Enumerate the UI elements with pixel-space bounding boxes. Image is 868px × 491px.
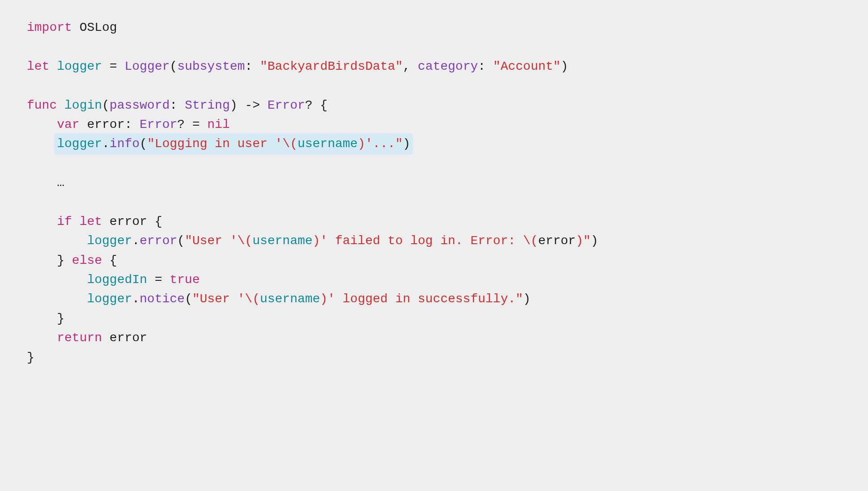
optional: ? =: [177, 118, 207, 131]
paren: ): [561, 59, 568, 73]
interpolation-close: ): [576, 234, 583, 248]
string-literal: "User ': [192, 292, 245, 306]
paren: (: [140, 137, 147, 151]
paren: (: [177, 234, 185, 248]
variable-logger: logger: [57, 59, 102, 73]
colon: :: [478, 59, 493, 73]
module-name: OSLog: [80, 21, 117, 34]
type-logger: Logger: [124, 59, 170, 73]
keyword-let: let: [27, 59, 49, 73]
string-category: "Account": [493, 59, 561, 73]
colon: :: [245, 59, 260, 73]
equals: =: [102, 59, 124, 73]
var-username: username: [298, 137, 357, 151]
brace: ? {: [305, 98, 328, 112]
method-notice: notice: [140, 292, 185, 306]
function-name: login: [64, 98, 102, 112]
string-literal: ": [583, 234, 591, 248]
type-string: String: [185, 98, 230, 112]
comma: ,: [403, 59, 418, 73]
keyword-let: let: [72, 215, 102, 229]
var-error: error:: [80, 118, 140, 131]
paren: (: [102, 98, 110, 112]
var-username: username: [252, 234, 312, 248]
keyword-nil: nil: [207, 118, 230, 131]
open-brace: {: [102, 254, 117, 267]
string-subsystem: "BackyardBirdsData": [260, 59, 403, 73]
keyword-var: var: [57, 118, 79, 131]
string-literal: "User ': [185, 234, 238, 248]
close-brace: }: [57, 254, 72, 267]
code-block: import OSLog let logger = Logger(subsyst…: [27, 18, 841, 367]
paren: (: [170, 59, 177, 73]
var-error: error {: [102, 215, 162, 229]
param-subsystem: subsystem: [177, 59, 245, 73]
paren: ): [403, 137, 410, 151]
var-error: error: [102, 331, 147, 345]
interpolation-open: \(: [282, 137, 298, 151]
keyword-if: if: [57, 215, 72, 229]
keyword-else: else: [72, 254, 102, 267]
dot: .: [102, 137, 110, 151]
interpolation-close: ): [357, 137, 365, 151]
paren: (: [185, 292, 192, 306]
method-info: info: [110, 137, 140, 151]
keyword-import: import: [27, 21, 72, 34]
type-error: Error: [140, 118, 177, 131]
interpolation-close: ): [313, 234, 320, 248]
keyword-func: func: [27, 98, 57, 112]
dot: .: [132, 292, 140, 306]
string-literal: ' logged in successfully.": [328, 292, 523, 306]
param-password: password: [110, 98, 170, 112]
keyword-true: true: [170, 273, 200, 287]
paren: ): [591, 234, 598, 248]
dot: .: [132, 234, 140, 248]
close-brace: }: [27, 351, 34, 364]
string-literal: '...": [365, 137, 403, 151]
interpolation-open: \(: [245, 292, 260, 306]
keyword-return: return: [57, 331, 102, 345]
var-username: username: [260, 292, 320, 306]
close-brace: }: [57, 312, 64, 326]
highlighted-line: logger.info("Logging in user '\(username…: [54, 133, 413, 154]
var-error: error: [538, 234, 576, 248]
paren: ): [523, 292, 531, 306]
interpolation-open: \(: [523, 234, 538, 248]
var-logger: logger: [57, 137, 102, 151]
var-loggedin: loggedIn: [87, 273, 147, 287]
var-logger: logger: [87, 234, 132, 248]
equals: =: [147, 273, 170, 287]
ellipsis: …: [57, 176, 64, 190]
var-logger: logger: [87, 292, 132, 306]
interpolation-close: ): [320, 292, 328, 306]
string-literal: ' failed to log in. Error:: [320, 234, 523, 248]
arrow: ) ->: [230, 98, 268, 112]
param-category: category: [418, 59, 478, 73]
string-literal: "Logging in user ': [147, 137, 282, 151]
interpolation-open: \(: [238, 234, 253, 248]
method-error: error: [140, 234, 177, 248]
colon: :: [170, 98, 185, 112]
type-error: Error: [268, 98, 305, 112]
